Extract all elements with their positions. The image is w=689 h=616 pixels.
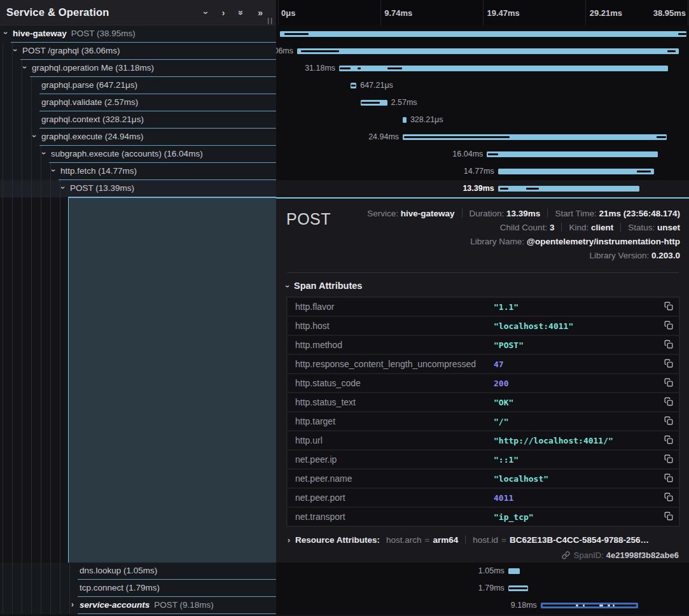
resource-value: BC62E13B-C4CC-5854-9788-256… (510, 535, 649, 545)
span-name: POST (13.39ms) (70, 183, 134, 193)
operation-name: tcp.connect (1.79ms) (80, 583, 160, 592)
chevron-down-icon[interactable]: › (49, 167, 58, 174)
span-name-cell[interactable]: graphql.parse (647.21μs) (0, 77, 276, 94)
span-name-cell[interactable]: ›graphql.operation Me (31.18ms) (0, 60, 276, 77)
link-icon[interactable] (562, 551, 570, 559)
span-name-cell[interactable]: dns.lookup (1.05ms) (0, 563, 276, 580)
span-duration-label: 647.21μs (360, 81, 393, 90)
span-timeline-cell: 1.05ms (276, 563, 689, 580)
attribute-key: http.status_code (295, 378, 361, 388)
attribute-row: http.status_text"OK" (288, 393, 679, 411)
span-bar[interactable] (498, 169, 654, 174)
copy-icon[interactable] (664, 302, 673, 311)
meta-separator (462, 209, 463, 218)
copy-icon[interactable] (664, 493, 673, 501)
span-name-cell[interactable]: ›graphql.execute (24.94ms) (0, 129, 276, 146)
indent-guides (3, 163, 51, 180)
child-span-marker (284, 33, 309, 35)
attribute-value: "1.1" (494, 302, 518, 312)
chevron-down-icon[interactable]: › (39, 150, 48, 157)
span-bar[interactable] (541, 603, 638, 608)
span-duration-label: 1.05ms (478, 566, 505, 575)
double-chevron-right-icon[interactable]: » (258, 8, 263, 17)
attribute-row: net.peer.ip"::1" (288, 451, 679, 468)
meta-separator (620, 223, 621, 232)
child-span-marker (351, 85, 356, 87)
double-chevron-down-icon[interactable]: » (237, 10, 246, 15)
attribute-value: 200 (494, 379, 508, 388)
chevron-down-icon[interactable]: › (11, 47, 20, 53)
copy-icon[interactable] (664, 359, 673, 368)
chevron-down-icon[interactable]: › (59, 185, 67, 191)
span-bar[interactable] (403, 117, 407, 123)
service-operation-header: Service & Operation ››»» || (0, 0, 276, 25)
meta-separator (561, 223, 562, 232)
span-attributes-header[interactable]: ›Span Attributes (286, 281, 680, 291)
child-span-marker (678, 33, 686, 35)
attribute-key: http.flavor (295, 302, 334, 312)
chevron-down-icon[interactable]: › (1, 30, 10, 36)
copy-icon[interactable] (664, 416, 673, 425)
span-name-cell[interactable]: ›POST /graphql (36.06ms) (0, 43, 276, 60)
span-bar[interactable] (508, 585, 528, 591)
copy-icon[interactable] (664, 473, 673, 482)
copy-icon[interactable] (664, 512, 673, 521)
span-timeline-cell: 24.94ms (276, 129, 689, 146)
span-name-cell[interactable]: ›subgraph.execute (accounts) (16.04ms) (0, 146, 276, 163)
span-bar[interactable] (487, 151, 657, 157)
span-attributes-table: http.flavor"1.1"http.host"localhost:4011… (286, 297, 680, 527)
meta-value: @opentelemetry/instrumentation-http (527, 237, 680, 246)
child-span-marker (488, 153, 498, 155)
column-resize-grip[interactable]: || (267, 17, 274, 24)
indent-guides (3, 77, 32, 94)
copy-icon[interactable] (664, 378, 673, 387)
span-name-cell[interactable]: ›hive-gatewayPOST (38.95ms) (0, 25, 276, 43)
span-name-cell[interactable]: tcp.connect (1.79ms) (0, 580, 276, 597)
resource-attributes-title[interactable]: Resource Attributes: (295, 535, 380, 545)
span-name: graphql.context (328.21μs) (41, 115, 144, 124)
chevron-right-icon[interactable]: › (69, 600, 76, 609)
span-name-cell[interactable]: graphql.context (328.21μs) (0, 111, 276, 129)
copy-icon[interactable] (664, 454, 673, 463)
span-name-cell[interactable]: ›POST (13.39ms) (0, 180, 276, 197)
chevron-down-icon[interactable]: › (202, 11, 211, 14)
span-bar[interactable] (508, 568, 520, 574)
timeline-lane: 13.39ms (278, 180, 688, 197)
timeline-lane: 1.05ms (278, 563, 688, 580)
child-span-marker (667, 50, 676, 52)
chevron-right-icon: › (288, 536, 290, 545)
chevron-down-icon[interactable]: › (30, 133, 39, 139)
span-bar[interactable] (361, 100, 387, 106)
timeline-lane: 24.94ms (278, 129, 688, 146)
span-name: graphql.parse (647.21μs) (41, 80, 137, 90)
span-bar[interactable] (297, 48, 679, 54)
span-duration-label: 24.94ms (368, 132, 399, 141)
span-name-cell[interactable]: ›service-accountsPOST (9.18ms) (0, 597, 276, 614)
meta-value: unset (657, 223, 680, 232)
copy-icon[interactable] (664, 340, 673, 349)
span-bar[interactable] (280, 31, 686, 37)
span-bar[interactable] (403, 134, 667, 140)
span-bar[interactable] (339, 66, 668, 71)
span-bar[interactable] (498, 186, 639, 192)
resource-key: host.id (473, 535, 498, 545)
span-name-cell[interactable]: ›http.fetch (14.77ms) (0, 163, 276, 180)
copy-icon[interactable] (664, 435, 673, 444)
attribute-value: "/" (494, 417, 508, 426)
span-name: graphql.execute (24.94ms) (41, 132, 144, 141)
copy-icon[interactable] (664, 321, 673, 330)
indent-guides (3, 563, 70, 580)
child-span-marker (509, 587, 527, 589)
attribute-key: http.host (295, 321, 330, 331)
child-span-marker (500, 188, 508, 190)
child-span-marker (340, 67, 351, 69)
chevron-right-icon[interactable]: › (222, 8, 225, 17)
span-bar[interactable] (351, 83, 356, 88)
span-name: hive-gatewayPOST (38.95ms) (13, 29, 136, 38)
child-span-marker (543, 605, 636, 606)
attribute-value: 47 (494, 360, 504, 369)
copy-icon[interactable] (664, 397, 673, 406)
chevron-down-icon[interactable]: › (20, 64, 29, 71)
attribute-key: http.response_content_length_uncompresse… (295, 359, 476, 369)
span-name-cell[interactable]: graphql.validate (2.57ms) (0, 94, 276, 111)
